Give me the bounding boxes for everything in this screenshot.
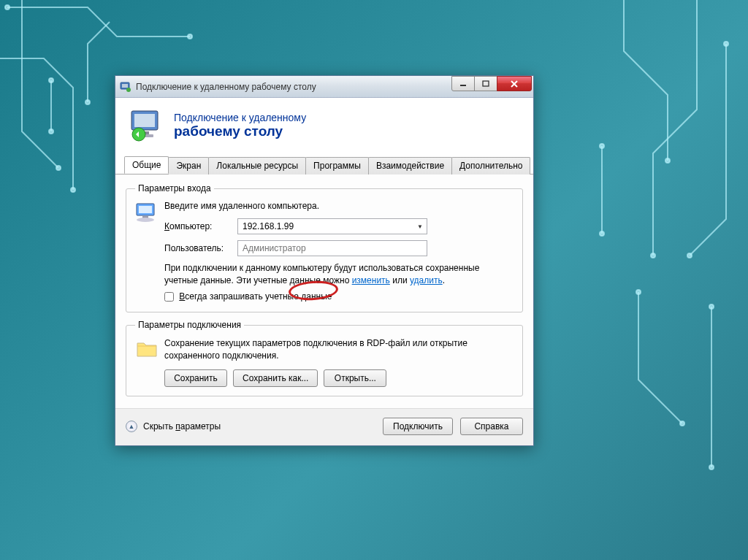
tab-advanced[interactable]: Дополнительно: [451, 157, 530, 174]
edit-credentials-link[interactable]: изменить: [352, 275, 390, 285]
svg-point-4: [49, 78, 53, 83]
tab-local-resources[interactable]: Локальные ресурсы: [208, 157, 306, 174]
tab-content-general: Параметры входа Введите имя удаленного к…: [115, 174, 533, 408]
tab-experience[interactable]: Взаимодействие: [368, 157, 452, 174]
open-button[interactable]: Открыть...: [324, 369, 386, 387]
login-settings-group: Параметры входа Введите имя удаленного к…: [126, 183, 523, 312]
rdp-header-icon: [129, 108, 164, 143]
svg-rect-28: [139, 206, 152, 213]
svg-rect-18: [122, 84, 128, 88]
svg-point-7: [665, 158, 670, 163]
svg-point-15: [709, 304, 714, 309]
minimize-button[interactable]: [451, 76, 475, 91]
always-ask-checkbox[interactable]: [164, 292, 174, 302]
svg-point-1: [188, 34, 192, 39]
connect-button[interactable]: Подключить: [383, 418, 453, 435]
svg-point-11: [600, 144, 604, 148]
computer-combobox[interactable]: ▼: [237, 218, 427, 234]
hide-options-link[interactable]: Скрыть параметры: [143, 421, 221, 431]
folder-icon: [135, 337, 164, 387]
svg-point-10: [687, 253, 692, 258]
svg-point-6: [85, 100, 90, 104]
svg-rect-23: [134, 114, 155, 127]
svg-point-13: [636, 290, 641, 294]
login-instruction: Введите имя удаленного компьютера.: [164, 201, 514, 211]
svg-point-0: [5, 5, 9, 9]
tab-programs[interactable]: Программы: [305, 157, 369, 174]
tab-general[interactable]: Общие: [124, 156, 169, 174]
computer-label: Компьютер:: [164, 221, 237, 231]
svg-point-5: [49, 129, 53, 134]
circuit-deco: [565, 0, 748, 511]
computer-icon: [135, 201, 164, 303]
window-title: Подключение к удаленному рабочему столу: [136, 82, 452, 92]
svg-rect-21: [483, 81, 489, 86]
conn-instruction: Сохранение текущих параметров подключени…: [164, 337, 514, 362]
login-group-legend: Параметры входа: [135, 183, 214, 193]
rdp-app-icon: [120, 81, 131, 93]
dialog-footer: ▲ Скрыть параметры Подключить Справка: [115, 408, 533, 445]
connection-settings-group: Параметры подключения Сохранение текущих…: [126, 320, 523, 396]
svg-point-30: [137, 218, 154, 222]
help-button[interactable]: Справка: [460, 418, 523, 435]
close-button[interactable]: [497, 76, 532, 91]
tab-row: Общие Экран Локальные ресурсы Программы …: [115, 156, 533, 174]
svg-point-2: [71, 188, 75, 192]
credentials-info-text: При подключении к данному компьютеру буд…: [164, 262, 514, 303]
svg-point-12: [600, 231, 604, 236]
svg-point-14: [680, 421, 684, 426]
always-ask-label[interactable]: Всегда запрашивать учетные данные: [179, 291, 332, 302]
svg-point-19: [126, 88, 131, 92]
delete-credentials-link[interactable]: удалить: [410, 275, 443, 285]
svg-point-16: [709, 465, 714, 469]
rdp-dialog-window: Подключение к удаленному рабочему столу …: [115, 75, 534, 446]
svg-point-3: [56, 166, 61, 170]
conn-group-legend: Параметры подключения: [135, 320, 244, 330]
collapse-chevron-icon[interactable]: ▲: [126, 421, 137, 432]
save-as-button[interactable]: Сохранить как...: [233, 369, 318, 387]
dialog-header: Подключение к удаленному рабочему столу: [115, 98, 533, 156]
save-button[interactable]: Сохранить: [164, 369, 227, 387]
computer-input[interactable]: [238, 219, 413, 234]
maximize-button[interactable]: [474, 76, 497, 91]
dropdown-arrow-icon[interactable]: ▼: [413, 219, 427, 234]
username-input[interactable]: [237, 240, 427, 256]
user-label: Пользователь:: [164, 243, 237, 253]
svg-point-9: [724, 42, 728, 46]
svg-point-8: [651, 253, 655, 258]
titlebar[interactable]: Подключение к удаленному рабочему столу: [115, 76, 533, 98]
header-subtitle: Подключение к удаленному: [174, 112, 306, 123]
tab-display[interactable]: Экран: [168, 157, 209, 174]
header-title: рабочему столу: [174, 123, 306, 139]
